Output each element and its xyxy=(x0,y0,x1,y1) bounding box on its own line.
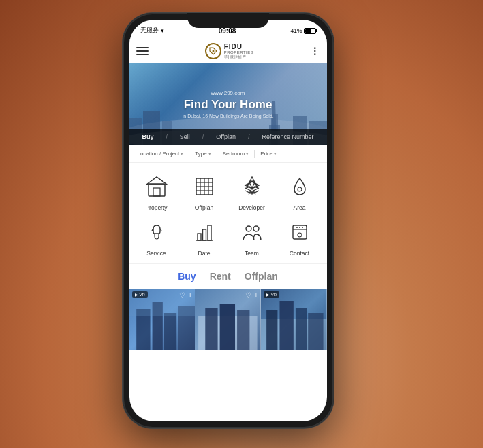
plus-icon-1[interactable]: + xyxy=(188,291,192,299)
section-tab-rent[interactable]: Rent xyxy=(210,270,231,283)
svg-rect-52 xyxy=(279,301,293,350)
tab-offplan[interactable]: Offplan xyxy=(216,133,236,140)
icon-item-property[interactable]: Property xyxy=(136,172,177,211)
icon-grid: Property xyxy=(129,163,327,263)
listing-card-1-badge: ▶VR xyxy=(132,291,148,298)
listing-card-3-bg xyxy=(261,289,327,350)
filter-type-label: Type xyxy=(195,150,206,157)
filter-bedroom[interactable]: Bedroom ▾ xyxy=(220,149,251,158)
filter-price[interactable]: Price ▾ xyxy=(258,149,279,158)
svg-point-0 xyxy=(212,50,214,52)
svg-point-25 xyxy=(298,187,302,191)
svg-rect-47 xyxy=(220,304,235,350)
section-tab-buy[interactable]: Buy xyxy=(178,270,196,283)
listing-card-1[interactable]: ▶VR ♡ + xyxy=(129,289,196,350)
filter-location[interactable]: Location / Project ▾ xyxy=(135,149,187,158)
svg-rect-51 xyxy=(266,310,277,350)
battery-percent: 41% xyxy=(290,27,302,34)
property-label: Property xyxy=(145,204,167,211)
phone-notch xyxy=(187,13,269,28)
svg-rect-41 xyxy=(163,313,176,350)
carrier-text: 无服务 xyxy=(140,27,159,35)
filter-divider-2 xyxy=(217,150,217,158)
svg-rect-46 xyxy=(205,308,217,350)
listing-card-3-badge: ▶VR xyxy=(264,291,279,298)
logo-text: FIDU PROPERTIES 菲 | 渡 | 地 | 产 xyxy=(224,43,254,59)
clock: 09:08 xyxy=(219,27,236,35)
hero-section: www.299.com Find Your Home In Dubai, 16 … xyxy=(129,63,327,145)
app-logo: FIDU PROPERTIES 菲 | 渡 | 地 | 产 xyxy=(205,43,254,59)
filter-divider-3 xyxy=(254,150,255,158)
section-tabs: Buy Rent Offplan xyxy=(129,263,327,289)
service-label: Service xyxy=(146,250,166,257)
icon-item-area[interactable]: Area xyxy=(279,172,320,211)
phone-screen: 无服务 ▾ 09:08 41% xyxy=(129,20,327,421)
tab-sell[interactable]: Sell xyxy=(180,133,190,140)
tagline-text: 菲 | 渡 | 地 | 产 xyxy=(224,55,254,59)
hero-url: www.299.com xyxy=(129,90,327,96)
svg-rect-28 xyxy=(208,225,211,240)
filter-type[interactable]: Type ▾ xyxy=(192,149,213,158)
brand-name: FIDU xyxy=(224,43,254,50)
logo-circle xyxy=(205,43,221,59)
listing-row: ▶VR ♡ + xyxy=(129,289,327,350)
contact-icon xyxy=(285,218,314,246)
chevron-down-icon-4: ▾ xyxy=(274,151,277,157)
svg-point-34 xyxy=(298,233,302,237)
date-label: Date xyxy=(198,250,211,257)
search-tabs: Buy / Sell / Offplan / Reference Number xyxy=(129,129,327,145)
team-icon xyxy=(238,218,266,246)
heart-icon-2[interactable]: ♡ xyxy=(245,291,251,299)
icon-item-team[interactable]: Team xyxy=(232,218,272,257)
offplan-label: Offplan xyxy=(195,204,213,211)
svg-rect-27 xyxy=(202,229,206,240)
contact-label: Contact xyxy=(290,250,309,257)
filter-bar: Location / Project ▾ Type ▾ Bedroom ▾ Pr… xyxy=(129,145,327,163)
area-label: Area xyxy=(294,204,306,211)
svg-rect-11 xyxy=(149,184,165,196)
tab-buy[interactable]: Buy xyxy=(142,133,153,140)
icon-item-date[interactable]: Date xyxy=(184,218,225,257)
developer-label: Developer xyxy=(238,204,265,211)
svg-rect-26 xyxy=(198,234,201,240)
battery-icon xyxy=(304,28,316,34)
icon-item-offplan[interactable]: Offplan xyxy=(184,172,225,211)
listing-card-3[interactable]: ▶VR xyxy=(261,289,327,350)
hero-title: Find Your Home xyxy=(129,98,327,112)
svg-rect-13 xyxy=(153,188,160,196)
icon-item-developer[interactable]: Developer xyxy=(232,172,272,211)
more-button[interactable]: ⋮ xyxy=(310,46,320,57)
filter-location-label: Location / Project xyxy=(138,150,180,157)
offplan-icon xyxy=(190,172,219,201)
date-icon xyxy=(190,218,219,246)
status-right: 41% xyxy=(290,27,315,34)
svg-point-30 xyxy=(246,226,251,231)
chevron-down-icon: ▾ xyxy=(181,151,183,157)
app-header: FIDU PROPERTIES 菲 | 渡 | 地 | 产 ⋮ xyxy=(129,39,327,63)
filter-price-label: Price xyxy=(260,150,272,157)
wifi-icon: ▾ xyxy=(161,27,164,34)
svg-rect-54 xyxy=(308,313,323,350)
phone-frame: 无服务 ▾ 09:08 41% xyxy=(123,13,334,428)
developer-icon xyxy=(238,172,266,201)
chevron-down-icon-3: ▾ xyxy=(246,151,249,157)
hero-text: www.299.com Find Your Home In Dubai, 16 … xyxy=(129,90,327,118)
heart-icon-1[interactable]: ♡ xyxy=(179,291,185,299)
chevron-down-icon-2: ▾ xyxy=(208,151,211,157)
svg-rect-48 xyxy=(237,310,249,350)
hero-subtitle: In Dubai, 16 New Buildings Are Being Sol… xyxy=(129,114,327,118)
filter-divider-1 xyxy=(189,150,189,158)
icon-item-contact[interactable]: Contact xyxy=(279,218,320,257)
listing-card-2[interactable]: ♡ + xyxy=(195,289,261,350)
svg-rect-53 xyxy=(296,308,307,350)
team-label: Team xyxy=(245,250,259,257)
icon-item-service[interactable]: Service xyxy=(136,218,177,257)
hamburger-menu[interactable] xyxy=(136,47,149,55)
status-left: 无服务 ▾ xyxy=(140,27,164,35)
area-icon xyxy=(285,172,314,201)
section-tab-offplan[interactable]: Offplan xyxy=(245,270,278,283)
svg-point-31 xyxy=(253,226,259,231)
property-icon xyxy=(142,172,171,201)
plus-icon-2[interactable]: + xyxy=(254,291,258,299)
tab-reference[interactable]: Reference Number xyxy=(262,133,313,140)
